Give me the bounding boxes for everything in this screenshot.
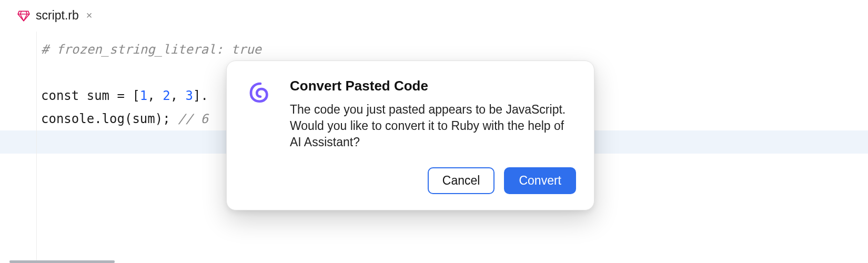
tab-bar: script.rb × [0, 0, 868, 32]
ruby-icon [17, 9, 31, 23]
dialog-title: Convert Pasted Code [290, 78, 576, 94]
tab-script-rb[interactable]: script.rb × [11, 0, 100, 31]
convert-button[interactable]: Convert [504, 167, 576, 194]
dialog-message: The code you just pasted appears to be J… [290, 102, 576, 150]
dialog-body: Convert Pasted Code The code you just pa… [290, 78, 576, 194]
code-line-1: # frozen_string_literal: true [41, 38, 868, 61]
close-icon[interactable]: × [84, 9, 95, 22]
dialog-actions: Cancel Convert [290, 167, 576, 194]
tab-label: script.rb [36, 8, 79, 23]
cancel-button[interactable]: Cancel [428, 167, 495, 194]
gutter [0, 32, 37, 263]
ai-assistant-icon [245, 78, 276, 194]
convert-pasted-code-dialog: Convert Pasted Code The code you just pa… [226, 60, 594, 210]
magic-comment: # frozen_string_literal: true [41, 42, 261, 57]
